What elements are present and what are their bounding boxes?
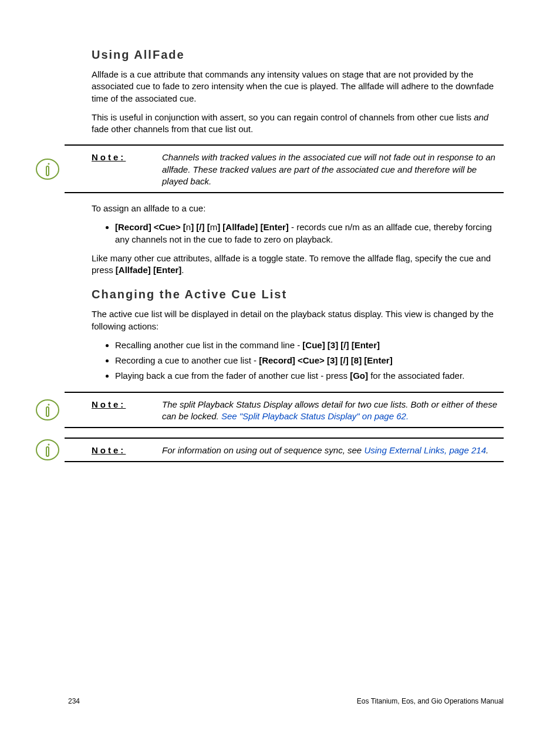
text: Recalling another cue list in the comman… [115,340,302,350]
note-block: Note: The split Playback Status Display … [35,392,504,429]
divider [65,461,504,462]
note-block: Note: For information on using out of se… [35,438,504,462]
note-label: Note: [65,445,162,456]
svg-rect-7 [46,447,49,456]
para: This is useful in conjunction with asser… [92,112,504,136]
text: Playing back a cue from the fader of ano… [115,371,350,381]
heading-changing-active-cue-list: Changing the Active Cue List [92,287,504,302]
info-icon [35,399,60,421]
text: for the associated fader. [368,371,464,381]
cross-ref-link[interactable]: See "Split Playback Status Display" on p… [221,411,409,421]
divider [65,192,504,193]
svg-point-2 [48,163,50,164]
svg-rect-4 [46,407,49,416]
list-item: Recording a cue to another cue list - [R… [115,355,504,366]
note-body: The split Playback Status Display allows… [162,399,504,423]
list-item: Recalling another cue list in the comman… [115,339,504,351]
text: Recording a cue to another cue list - [115,355,259,365]
note-label: Note: [65,399,162,423]
page-number: 234 [68,696,80,706]
para: Allfade is a cue attribute that commands… [92,69,504,105]
divider [65,427,504,428]
para: The active cue list will be displayed in… [92,308,504,332]
info-icon [35,439,60,461]
svg-point-8 [48,444,50,446]
note-body: Channels with tracked values in the asso… [162,152,504,187]
text: fade other channels from that cue list o… [92,124,253,134]
page-footer: 234 Eos Titanium, Eos, and Gio Operation… [68,696,504,706]
list-item: Playing back a cue from the fader of ano… [115,370,504,382]
text: n [186,222,191,232]
svg-point-5 [48,403,50,405]
key-sequence: [Record] <Cue> [3] [/] [8] [Enter] [259,355,393,365]
list: [Record] <Cue> [n] [/] [m] [Allfade] [En… [92,221,504,245]
text: . [486,445,488,455]
key-sequence: [Allfade] [Enter] [116,265,182,275]
key-sequence: [Cue] [3] [/] [Enter] [302,340,380,350]
para: To assign an allfade to a cue: [92,203,504,214]
text: For information on using out of sequence… [162,445,364,455]
cross-ref-link[interactable]: Using External Links, page 214 [364,445,486,455]
list-item: [Record] <Cue> [n] [/] [m] [Allfade] [En… [115,221,504,245]
info-icon [35,158,60,180]
svg-rect-1 [46,166,49,176]
para: Like many other cue attributes, allfade … [92,253,504,277]
note-body: For information on using out of sequence… [162,445,504,456]
key-sequence: ] [/] [ [191,222,210,232]
text: . [181,265,184,275]
note-block: Note: Channels with tracked values in th… [35,144,504,193]
heading-using-allfade: Using AllFade [92,47,504,63]
text: This is useful in conjunction with asser… [92,112,474,122]
list: Recalling another cue list in the comman… [92,339,504,382]
key-sequence: [Go] [350,371,368,381]
key-sequence: ] [Allfade] [Enter] [217,222,289,232]
manual-title: Eos Titanium, Eos, and Gio Operations Ma… [357,696,504,706]
text-emph: and [474,112,488,122]
key-sequence: [Record] <Cue> [ [115,222,186,232]
note-label: Note: [65,152,162,187]
text: m [210,222,218,232]
